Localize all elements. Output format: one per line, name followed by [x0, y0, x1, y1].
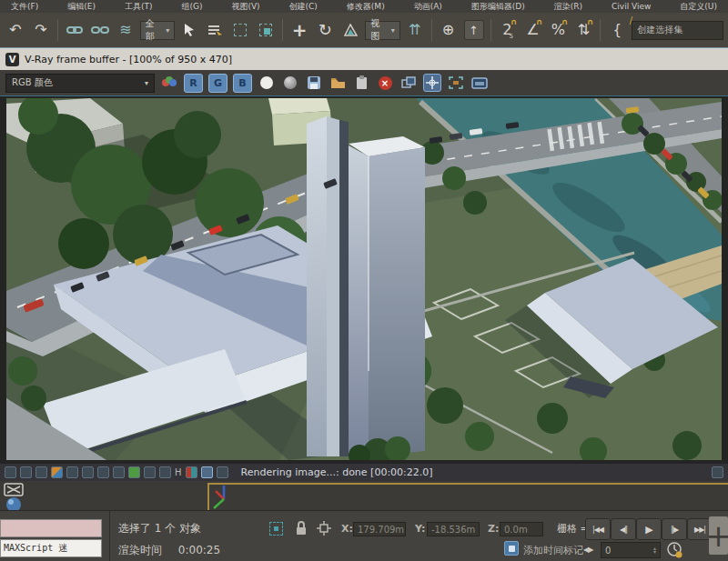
previous-frame-button[interactable]: ◀‖ [611, 518, 636, 540]
select-and-link-button[interactable] [64, 18, 86, 42]
go-end-icon: ▶▶| [694, 526, 705, 534]
play-button[interactable]: ▶ [636, 518, 662, 540]
menu-item-customize[interactable]: 自定义(U) [680, 1, 717, 13]
vfb-track-mouse-button[interactable] [423, 74, 441, 92]
vfb-title-bar[interactable]: V V-Ray frame buffer - [100% of 950 x 47… [0, 48, 728, 70]
stamp-icon[interactable]: H [175, 466, 182, 478]
select-and-manipulate-button[interactable]: ⊕ [438, 18, 460, 42]
3dsmax-window: 文件(F) 编辑(E) 工具(T) 组(G) 视图(V) 创建(C) 修改器(M… [0, 0, 728, 561]
y-coord-field[interactable]: -18.536m [427, 522, 480, 536]
selection-filter-dropdown[interactable]: 全部 ▾ [140, 21, 175, 40]
stereo-icon[interactable] [186, 466, 197, 478]
frame-spinner[interactable]: ▴▾ [653, 546, 656, 554]
vfb-channel-dropdown[interactable]: RGB 颜色 ▾ [5, 74, 155, 93]
color-corrections-icon[interactable] [51, 466, 63, 478]
vfb-load-image-button[interactable] [329, 74, 347, 92]
select-and-scale-button[interactable] [339, 18, 361, 42]
vfb-bottom-toolbar: H Rendering image...: done [00:00:22.0] [0, 463, 728, 481]
vfb-green-channel-button[interactable]: G [208, 74, 228, 93]
menu-item-create[interactable]: 创建(C) [289, 1, 318, 13]
isolate-selection-toggle[interactable] [269, 522, 283, 536]
vfb-monochrome-button[interactable] [281, 74, 299, 92]
menu-item-views[interactable]: 视图(V) [231, 1, 259, 13]
unlink-selection-button[interactable] [89, 18, 111, 42]
add-time-tag-label[interactable]: 添加时间标记 [523, 544, 583, 557]
x-coord-field[interactable]: 179.709m [353, 522, 406, 536]
vfb-region-render-button[interactable] [447, 74, 465, 92]
select-and-rotate-button[interactable]: ↻ [314, 18, 336, 42]
menu-item-tools[interactable]: 工具(T) [125, 1, 153, 13]
keyboard-shortcut-override-toggle[interactable]: ↑ [463, 18, 485, 42]
select-object-button[interactable] [178, 18, 200, 42]
vfb-clear-image-button[interactable]: × [376, 74, 394, 92]
pan-view-button[interactable]: + [709, 516, 728, 555]
current-frame-field[interactable]: 0 ▴▾ [601, 542, 661, 558]
menu-item-edit[interactable]: 编辑(E) [67, 1, 96, 13]
vfb-stamp-button[interactable] [470, 74, 489, 92]
key-mode-toggle[interactable]: ◀▶ [583, 546, 592, 554]
move-icon: + [292, 21, 308, 39]
add-time-tag-button[interactable] [504, 541, 519, 556]
maxscript-mini-listener-field[interactable]: MAXScript 迷 [0, 539, 102, 557]
time-configuration-button[interactable] [667, 542, 683, 558]
bind-to-space-warp-button[interactable]: ≋ [115, 18, 136, 42]
vfb-blue-channel-button[interactable]: B [233, 74, 252, 93]
white-balance-icon[interactable] [128, 466, 140, 478]
schematic-view-icon[interactable] [4, 483, 24, 497]
lens-effects-icon[interactable] [217, 466, 228, 478]
edit-named-selection-sets-button[interactable]: { / [606, 18, 628, 42]
menu-item-rendering[interactable]: 渲染(R) [554, 1, 582, 13]
statusbar-divider [109, 511, 110, 561]
redo-button[interactable]: ↷ [30, 18, 52, 42]
maxscript-label: MAXScript 迷 [4, 542, 67, 555]
vfb-save-image-button[interactable] [305, 74, 323, 92]
space-warp-icon: ≋ [119, 23, 131, 37]
angle-snap-toggle-button[interactable]: ∠ ∩ [521, 18, 543, 42]
rectangular-selection-region-button[interactable] [229, 18, 251, 42]
use-pivot-point-center-button[interactable]: ⇈ [404, 18, 426, 42]
next-frame-button[interactable]: ‖▶ [662, 518, 687, 540]
curves-icon[interactable] [97, 466, 109, 478]
next-frame-icon: ‖▶ [671, 526, 678, 534]
named-selection-sets-field[interactable]: 创建选择集 [632, 21, 723, 40]
percent-snap-toggle-button[interactable]: % ∩ [547, 18, 569, 42]
spinner-snap-toggle-button[interactable]: ⇅ ∩ [572, 18, 594, 42]
reference-coordinate-system-dropdown[interactable]: 视图 ▾ [365, 21, 399, 40]
display-colors-icon[interactable] [66, 466, 78, 478]
hue-saturation-icon[interactable] [144, 466, 156, 478]
selection-lock-toggle[interactable] [295, 521, 308, 536]
levels-icon[interactable] [82, 466, 94, 478]
history-icon[interactable] [712, 466, 723, 478]
x-coord-label: X: [341, 523, 353, 535]
menu-item-group[interactable]: 组(G) [181, 1, 202, 13]
menu-item-graph-editors[interactable]: 图形编辑器(D) [471, 1, 525, 13]
save-channels-icon[interactable] [5, 466, 16, 478]
vfb-alpha-button[interactable] [258, 74, 276, 92]
go-to-start-button[interactable]: |◀◀ [585, 518, 611, 540]
undo-button[interactable]: ↶ [5, 18, 26, 42]
snaps-toggle-button[interactable]: 2 5 ∩ [496, 18, 518, 42]
maxscript-macro-recorder-field[interactable] [0, 519, 102, 537]
info-icon[interactable] [35, 466, 47, 478]
panel-toggle-icon[interactable] [201, 466, 213, 478]
menu-item-civil-view[interactable]: Civil View [612, 2, 651, 11]
pivot-center-icon: ⇈ [409, 23, 420, 37]
toolbar-separator [490, 19, 491, 41]
background-image-icon[interactable] [159, 466, 171, 478]
window-crossing-toggle[interactable] [255, 18, 277, 42]
vfb-duplicate-to-host-button[interactable] [399, 74, 418, 92]
menu-item-modifiers[interactable]: 修改器(M) [347, 1, 385, 13]
vfb-rgb-channels-button[interactable] [160, 74, 178, 92]
vfb-title: V-Ray frame buffer - [100% of 950 x 470] [25, 54, 232, 65]
select-and-move-button[interactable]: + [288, 18, 310, 42]
pan-plus-icon: + [705, 517, 728, 554]
menu-item-animation[interactable]: 动画(A) [414, 1, 442, 13]
exposure-icon[interactable] [113, 466, 125, 478]
absolute-offset-mode-toggle[interactable] [317, 521, 331, 536]
z-coord-field[interactable]: 0.0m [500, 522, 543, 536]
vfb-copy-to-clipboard-button[interactable] [352, 74, 370, 92]
select-by-name-button[interactable] [204, 18, 226, 42]
vfb-red-channel-button[interactable]: R [184, 74, 203, 93]
compare-image-icon[interactable] [20, 466, 32, 478]
menu-item-file[interactable]: 文件(F) [11, 1, 38, 13]
